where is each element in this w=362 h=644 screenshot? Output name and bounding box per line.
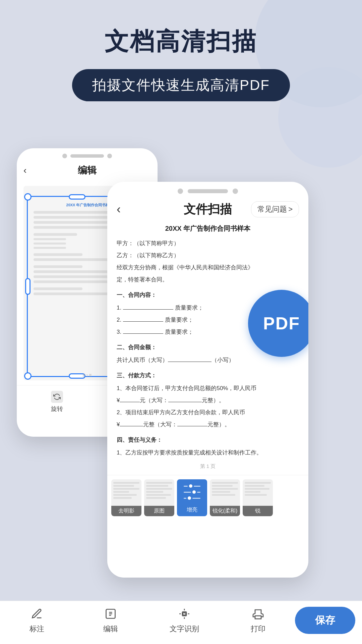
doc-line-14: 2、项目结束后甲方向乙方支付合同余款，即人民币 [117, 407, 299, 418]
slider-line [184, 492, 191, 493]
sliders-icon [184, 484, 200, 500]
doc-line-1: 甲方：（以下简称甲方） [117, 238, 299, 249]
edit-icon [103, 606, 118, 621]
doc-line-3: 经双方充分协商，根据《中华人民共和国经济合同法》 [117, 262, 299, 273]
phone-back-notch [17, 148, 158, 162]
phones-container: ‹ 编辑 20XX 年广告制作合同书样 [0, 128, 362, 598]
doc-line-2: 乙方：（以下简称乙方） [117, 250, 299, 261]
phone-back-header: ‹ 编辑 [17, 162, 158, 182]
nav-print-label: 打印 [251, 624, 265, 634]
slider-line [194, 486, 200, 487]
doc-line [34, 243, 66, 245]
slider-line [184, 486, 188, 487]
pen-icon [29, 606, 44, 621]
nav-ocr[interactable]: T 文字识别 [147, 606, 221, 634]
back-button[interactable]: ‹ [23, 165, 26, 176]
header-section: 文档高清扫描 拍摄文件快速生成高清PDF [0, 0, 362, 121]
phone-back-title: 编辑 [78, 164, 97, 177]
main-title: 文档高清扫描 [0, 27, 362, 56]
thumbnail-4[interactable]: 锐化(柔和) [210, 479, 240, 516]
ocr-icon: T [177, 606, 192, 621]
doc-line-17: 1、乙方应按甲方要求按质按量完成相关设计和制作工作。 [117, 447, 299, 459]
underline-1 [123, 309, 173, 310]
faq-arrow: > [288, 205, 293, 214]
doc-line-15: ¥元整（大写：元整）。 [117, 419, 299, 430]
faq-label: 常见问题 [257, 204, 287, 214]
rotate-label: 旋转 [51, 405, 63, 413]
thumb-lines-4 [210, 479, 240, 500]
slider-dot [188, 496, 191, 500]
subtitle-pill: 拍摄文件快速生成高清PDF [72, 69, 290, 101]
doc-line [34, 287, 82, 290]
slider-line [197, 492, 200, 493]
phone-front-back-btn[interactable]: ‹ [117, 202, 121, 216]
thumbnail-5[interactable]: 锐 [243, 479, 273, 516]
slider-row-2 [184, 490, 200, 494]
nav-edit-label: 编辑 [103, 624, 118, 634]
notch-dot-1 [62, 154, 67, 158]
rotate-tool[interactable]: 旋转 [51, 391, 63, 413]
slider-line [184, 498, 186, 499]
doc-line [34, 226, 110, 229]
subtitle-text: 拍摄文件快速生成高清PDF [92, 77, 270, 93]
doc-line-11: 三、付款方式： [117, 370, 299, 381]
nav-print[interactable]: 打印 [221, 606, 295, 634]
save-button[interactable]: 保存 [295, 607, 355, 634]
svg-rect-5 [255, 616, 261, 619]
thumb-lines-1 [111, 479, 141, 503]
faq-button[interactable]: 常见问题 > [251, 201, 299, 217]
pdf-badge-text: PDF [263, 313, 300, 333]
nav-edit[interactable]: 编辑 [74, 606, 147, 634]
notch-dot-3 [178, 189, 183, 194]
doc-main-title: 20XX 年广告制作合同书样本 [117, 223, 299, 233]
print-icon [251, 606, 265, 621]
doc-line-12: 1、本合同签订后，甲方支付合同总额的50%，即人民币 [117, 383, 299, 394]
notch-dot-2 [107, 154, 112, 158]
nav-annotate-label: 标注 [29, 624, 44, 634]
doc-line [34, 233, 77, 236]
thumbnail-label-1: 去明影 [111, 506, 141, 516]
doc-line [34, 265, 82, 268]
rotate-icon [51, 391, 63, 403]
thumbnails-strip: 去明影 原图 [107, 475, 308, 520]
doc-line [34, 238, 66, 240]
thumbnail-2[interactable]: 原图 [144, 479, 174, 516]
svg-text:T: T [183, 612, 185, 615]
slider-row-1 [184, 484, 200, 488]
slider-dot [192, 490, 196, 494]
notch-bar [70, 154, 104, 158]
phone-front-title: 文件扫描 [184, 201, 232, 218]
nav-ocr-label: 文字识别 [170, 624, 199, 634]
thumbnail-label-4: 锐化(柔和) [210, 506, 240, 516]
doc-line-13: ¥元（大写：元整）。 [117, 395, 299, 406]
thumbnail-label-5: 锐 [243, 506, 273, 516]
slider-line [192, 498, 200, 499]
nav-annotate[interactable]: 标注 [0, 606, 74, 634]
slider-row-3 [184, 496, 200, 500]
thumb-lines-5 [243, 479, 273, 500]
page-num-front: 第 1 页 [117, 463, 299, 470]
phone-front: ‹ 文件扫描 常见问题 > PDF 20XX 年广告制作合同书样本 甲方：（以下… [107, 182, 308, 578]
doc-line-4: 定，特签署本合同。 [117, 274, 299, 285]
thumbnail-3[interactable]: 增亮 [177, 479, 207, 516]
thumbnail-label-3: 增亮 [178, 505, 206, 515]
phone-front-notch [107, 182, 308, 199]
doc-line [34, 211, 110, 214]
doc-line-16: 四、责任与义务： [117, 434, 299, 446]
slider-dot [189, 484, 192, 488]
doc-scroll: PDF 20XX 年广告制作合同书样本 甲方：（以下简称甲方） 乙方：（以下简称… [107, 223, 308, 471]
doc-line [34, 253, 82, 256]
notch-dot-4 [233, 189, 238, 194]
bottom-nav: 标注 编辑 T 文字识别 [0, 601, 362, 644]
notch-bar-2 [188, 189, 228, 193]
phone-front-header: ‹ 文件扫描 常见问题 > [107, 199, 308, 223]
active-thumb-icon [178, 480, 206, 504]
doc-line-10: 共计人民币（大写）（小写） [117, 355, 299, 366]
thumbnail-label-2: 原图 [144, 506, 174, 516]
thumbnail-1[interactable]: 去明影 [111, 479, 141, 516]
doc-line [34, 247, 66, 249]
thumb-lines-2 [144, 479, 174, 503]
